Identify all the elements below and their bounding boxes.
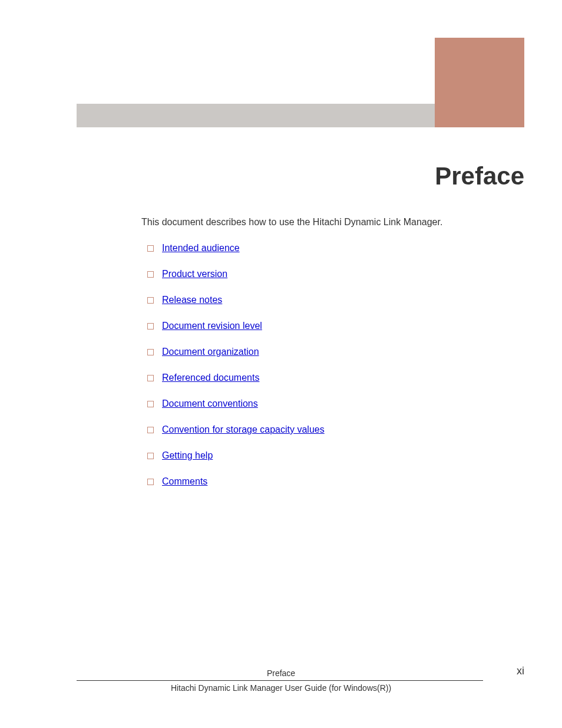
- page-title: Preface: [435, 162, 524, 190]
- checkbox-bullet-icon: [147, 323, 154, 330]
- footer-doc-title: Hitachi Dynamic Link Manager User Guide …: [0, 681, 562, 693]
- checkbox-bullet-icon: [147, 401, 154, 407]
- toc-link-document-organization[interactable]: Document organization: [162, 347, 259, 357]
- toc-link-document-conventions[interactable]: Document conventions: [162, 398, 258, 409]
- toc-link-document-revision-level[interactable]: Document revision level: [162, 321, 262, 331]
- orange-block: [435, 38, 524, 127]
- gray-bar: [77, 104, 435, 127]
- toc-item: Document revision level: [147, 321, 325, 331]
- checkbox-bullet-icon: [147, 427, 154, 433]
- toc-link-intended-audience[interactable]: Intended audience: [162, 243, 240, 253]
- toc-link-comments[interactable]: Comments: [162, 476, 207, 487]
- toc-item: Intended audience: [147, 243, 325, 253]
- footer: Preface Hitachi Dynamic Link Manager Use…: [0, 668, 562, 693]
- toc-item: Comments: [147, 476, 325, 487]
- toc-link-product-version[interactable]: Product version: [162, 269, 227, 279]
- intro-text: This document describes how to use the H…: [141, 217, 442, 228]
- toc-item: Document conventions: [147, 398, 325, 409]
- toc-item: Document organization: [147, 347, 325, 357]
- toc-link-referenced-documents[interactable]: Referenced documents: [162, 373, 259, 383]
- toc-list: Intended audience Product version Releas…: [147, 243, 325, 502]
- checkbox-bullet-icon: [147, 245, 154, 252]
- toc-link-release-notes[interactable]: Release notes: [162, 295, 222, 305]
- header-banner: [77, 38, 524, 127]
- checkbox-bullet-icon: [147, 297, 154, 304]
- checkbox-bullet-icon: [147, 349, 154, 355]
- toc-item: Getting help: [147, 450, 325, 461]
- toc-item: Referenced documents: [147, 373, 325, 383]
- toc-item: Release notes: [147, 295, 325, 305]
- checkbox-bullet-icon: [147, 453, 154, 459]
- toc-item: Product version: [147, 269, 325, 279]
- toc-item: Convention for storage capacity values: [147, 424, 325, 435]
- page-number: xi: [517, 665, 524, 677]
- toc-link-convention-storage-capacity[interactable]: Convention for storage capacity values: [162, 424, 325, 435]
- toc-link-getting-help[interactable]: Getting help: [162, 450, 213, 461]
- checkbox-bullet-icon: [147, 375, 154, 381]
- checkbox-bullet-icon: [147, 271, 154, 278]
- footer-section-label: Preface: [0, 668, 562, 680]
- checkbox-bullet-icon: [147, 479, 154, 485]
